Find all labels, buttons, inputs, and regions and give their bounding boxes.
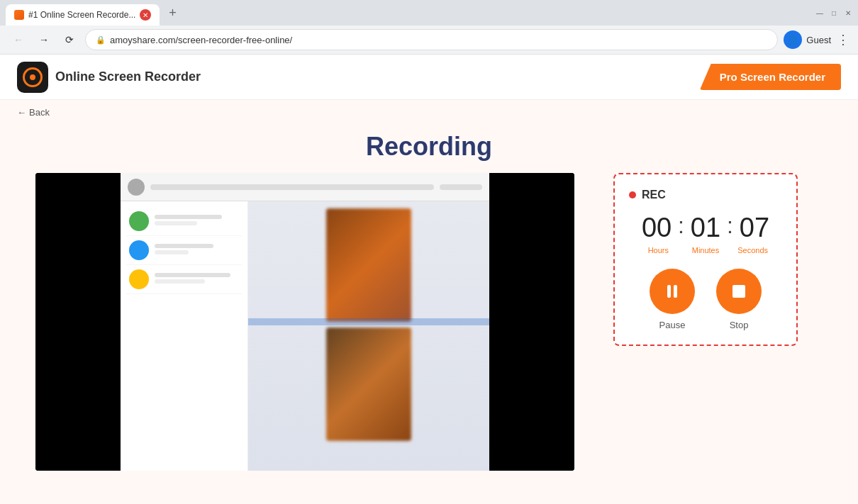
fake-list-item: [126, 207, 242, 236]
timer-display: 00 : 01 : 07: [629, 213, 782, 243]
active-tab[interactable]: #1 Online Screen Recorde... ✕: [6, 4, 160, 26]
address-field[interactable]: 🔒 amoyshare.com/screen-recorder-free-onl…: [85, 29, 778, 50]
fake-image-2: [326, 327, 411, 441]
back-link[interactable]: ← Back: [0, 100, 858, 125]
black-bar-left: [35, 173, 121, 471]
black-bar-right: [489, 173, 574, 471]
logo-dot: [30, 74, 35, 80]
logo-ring: [23, 67, 43, 87]
timer-hours: 00: [640, 213, 674, 243]
pause-bar-1: [667, 285, 671, 298]
tab-bar: #1 Online Screen Recorde... ✕ + — □ ✕: [0, 0, 858, 26]
forward-nav-button[interactable]: →: [34, 30, 54, 50]
hours-label: Hours: [641, 246, 675, 254]
stop-icon: [732, 285, 745, 298]
pro-screen-recorder-button[interactable]: Pro Screen Recorder: [700, 64, 841, 90]
rec-label: REC: [642, 189, 666, 201]
stop-button[interactable]: [716, 269, 762, 314]
tab-close-button[interactable]: ✕: [140, 9, 151, 21]
seconds-label: Seconds: [736, 246, 770, 254]
rec-panel: REC 00 : 01 : 07 Hours Minutes Seconds: [613, 173, 798, 346]
screen-preview: [35, 173, 574, 471]
fake-list-item-3: [126, 265, 242, 294]
back-arrow-icon: ←: [17, 107, 26, 118]
site-logo-text: Online Screen Recorder: [55, 69, 201, 84]
fake-list-avatar-3: [129, 269, 149, 289]
page-content: Online Screen Recorder Pro Screen Record…: [0, 55, 858, 504]
timer-labels: Hours Minutes Seconds: [629, 246, 782, 254]
minutes-label: Minutes: [689, 246, 723, 254]
site-header: Online Screen Recorder Pro Screen Record…: [0, 55, 858, 100]
tab-favicon: [14, 10, 24, 20]
preview-content: [121, 173, 489, 471]
reload-button[interactable]: ⟳: [60, 30, 79, 50]
close-button[interactable]: ✕: [844, 9, 852, 17]
logo-area: Online Screen Recorder: [17, 62, 201, 93]
pause-icon: [667, 285, 677, 298]
profile-area: 👤 Guest: [784, 30, 831, 49]
fake-list-avatar-2: [129, 240, 149, 260]
address-bar: ← → ⟳ 🔒 amoyshare.com/screen-recorder-fr…: [0, 26, 858, 54]
url-text: amoyshare.com/screen-recorder-free-onlin…: [110, 35, 292, 45]
pause-label: Pause: [659, 320, 686, 330]
stop-label: Stop: [730, 320, 749, 330]
timer-minutes: 01: [689, 213, 723, 243]
stop-button-wrap: Stop: [716, 269, 762, 330]
minimize-button[interactable]: —: [815, 9, 824, 17]
timer-seconds: 07: [737, 213, 771, 243]
content-row: REC 00 : 01 : 07 Hours Minutes Seconds: [0, 173, 858, 471]
page-title: Recording: [366, 132, 492, 162]
browser-chrome: #1 Online Screen Recorde... ✕ + — □ ✕ ← …: [0, 0, 858, 55]
new-tab-button[interactable]: +: [162, 3, 182, 23]
browser-menu-button[interactable]: ⋮: [837, 32, 849, 47]
window-controls: — □ ✕: [815, 9, 852, 17]
recording-main: Recording: [0, 125, 858, 471]
rec-indicator-dot: [629, 191, 636, 198]
rec-panel-wrapper: REC 00 : 01 : 07 Hours Minutes Seconds: [589, 173, 823, 346]
preview-inner: [35, 173, 574, 471]
tab-title: #1 Online Screen Recorde...: [28, 10, 135, 20]
fake-screen: [121, 173, 489, 471]
lock-icon: 🔒: [96, 35, 106, 45]
fake-body: [121, 201, 489, 471]
back-link-text: Back: [29, 107, 50, 118]
fake-topbar: [121, 173, 489, 201]
fake-avatar: [128, 179, 145, 196]
pause-button[interactable]: [650, 269, 695, 314]
fake-image-1: [326, 208, 411, 322]
profile-name: Guest: [806, 35, 831, 45]
control-buttons: Pause Stop: [629, 269, 782, 330]
fake-main-area: [248, 201, 489, 471]
timer-colon-1: :: [678, 213, 684, 243]
fake-list-avatar-1: [129, 211, 149, 231]
maximize-button[interactable]: □: [830, 9, 838, 17]
logo-icon: [17, 62, 48, 93]
pause-bar-2: [674, 285, 677, 298]
back-nav-button[interactable]: ←: [9, 30, 28, 50]
timer-colon-2: :: [727, 213, 733, 243]
profile-icon[interactable]: 👤: [784, 30, 802, 49]
pause-button-wrap: Pause: [650, 269, 695, 330]
fake-list-item-2: [126, 236, 242, 265]
fake-sidebar: [121, 201, 248, 471]
rec-header: REC: [629, 189, 782, 201]
